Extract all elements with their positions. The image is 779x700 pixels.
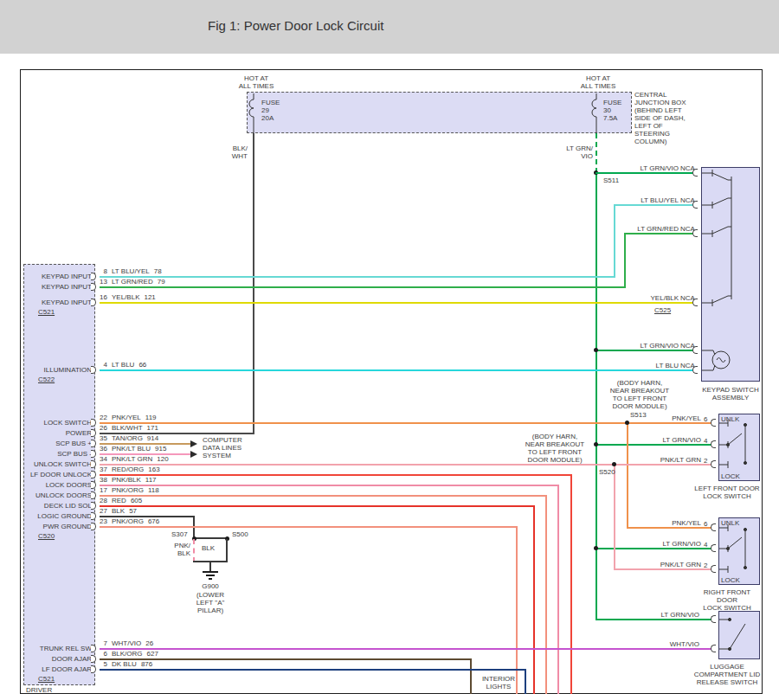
splice-s307: S307 — [171, 530, 188, 538]
module-pin-label: PWR GROUND — [26, 523, 92, 530]
wire-label: LT BLU/YEL — [616, 196, 679, 204]
fuse-symbol — [248, 93, 259, 133]
figure-title-bar: Fig 1: Power Door Lock Circuit — [0, 0, 779, 54]
body-harness-note: (BODY HARN, NEAR BREAKOUT TO LEFT FRONT … — [523, 433, 587, 464]
wire-label: PNK/YEL — [647, 414, 701, 422]
circuit-number: 118 — [148, 486, 159, 494]
wire-row: 34PNK/LT GRN120 — [99, 455, 169, 463]
connector-pin-arc — [692, 366, 698, 374]
wire-color-label: LT BLU/YEL — [112, 267, 150, 275]
junction-dot — [594, 348, 598, 352]
keypad-switch-assembly-label: KEYPAD SWITCH ASSEMBLY — [696, 386, 765, 401]
wire-color-label: RED/ORG — [112, 466, 144, 473]
pin-number: 22 — [99, 414, 107, 421]
connector-pin-arc — [711, 460, 716, 468]
wire-row: 6BLK/ORG627 — [99, 650, 158, 658]
wire-label: LT GRN/VIO — [647, 436, 701, 444]
connector-pin-arc — [711, 544, 716, 552]
splice-s500: S500 — [232, 530, 248, 538]
wire-red-org — [570, 474, 572, 694]
wire-label-pnk-blk: PNK/ BLK — [167, 542, 190, 557]
fuse-label: FUSE — [261, 99, 280, 106]
wire-label: LT GRN/VIO — [644, 611, 699, 619]
wire-pnk-lt-grn — [614, 464, 615, 570]
fuse-label: FUSE — [603, 99, 621, 106]
wire-lt-blu — [100, 369, 694, 371]
wire-pnk-yel — [100, 422, 711, 424]
hot-at-all-times-left: HOT AT ALL TIMES — [234, 74, 279, 90]
wire-red — [533, 505, 535, 694]
wire-row: 36PNK/LT BLU915 — [99, 445, 166, 453]
wire-red-org — [100, 474, 572, 476]
figure-title: Fig 1: Power Door Lock Circuit — [208, 18, 383, 33]
connector-pin-arc — [711, 440, 716, 448]
wire-row: 5DK BLU876 — [99, 660, 152, 668]
arrow-icon — [190, 440, 197, 447]
wire-blk-wht — [253, 133, 254, 433]
pin-number: 4 — [704, 437, 707, 445]
ground-id: G900 — [198, 582, 222, 590]
wire-lt-grn-vio — [596, 444, 711, 446]
pin-number: 17 — [99, 486, 107, 494]
wire-row: 27BLK57 — [99, 507, 137, 515]
connector-pin-arc — [711, 419, 716, 427]
splice-s520: S520 — [599, 468, 615, 476]
pin-number: 36 — [99, 445, 107, 453]
keypad-switch-symbol — [702, 168, 759, 381]
module-pin-label: DOOR AJAR — [26, 655, 92, 663]
wire-pnk-blk — [100, 485, 559, 486]
wire-row: 17PNK/ORG118 — [99, 486, 159, 494]
connector-pin-arc — [711, 645, 716, 652]
wire-lt-grn-red — [100, 286, 626, 288]
pin-number: 13 — [99, 278, 107, 286]
circuit-number: 627 — [147, 650, 158, 658]
pin-number: 2 — [704, 457, 707, 465]
pin-number: 38 — [99, 476, 107, 484]
wire-pnk-org — [100, 495, 547, 497]
pin-number: 6 — [704, 415, 707, 423]
wire-row: 22PNK/YEL119 — [99, 414, 157, 421]
circuit-number: 119 — [145, 414, 157, 421]
fuse-number: 29 — [261, 106, 280, 114]
wire-color-label: RED — [112, 497, 126, 504]
circuit-number: 121 — [144, 293, 155, 301]
circuit-number: 605 — [131, 497, 142, 504]
wire-color-label: PNK/ORG — [112, 486, 144, 494]
pin-number: 16 — [99, 293, 107, 301]
junction-box-note: CENTRAL JUNCTION BOX (BEHIND LEFT SIDE O… — [634, 91, 697, 145]
circuit-number: 66 — [138, 361, 146, 369]
circuit-number: 163 — [148, 466, 159, 473]
wire-lt-blu-yel — [614, 204, 694, 206]
module-pin-label: LOGIC GROUND — [26, 512, 92, 520]
module-pin-label: KEYPAD INPUT — [26, 299, 92, 306]
wire-pnk-org — [545, 495, 547, 694]
wire-color-label: PNK/LT GRN — [112, 455, 152, 463]
wire-color-label: PNK/LT BLU — [112, 445, 151, 453]
ground-location: (LOWER LEFT "A" PILLAR) — [188, 591, 233, 614]
wire-label: PNK/LT GRN — [647, 456, 701, 464]
pin-number: 34 — [99, 455, 107, 463]
wire-row: 35TAN/ORG914 — [99, 434, 158, 442]
wire-row: 37RED/ORG163 — [99, 466, 160, 473]
wire-pnk-org — [100, 526, 518, 528]
wiring-diagram-page: Fig 1: Power Door Lock Circuit HOT AT AL… — [0, 0, 779, 700]
fuse-symbol — [591, 93, 602, 133]
arrow-icon — [190, 451, 197, 458]
module-pin-label: LOCK SWITCH — [26, 419, 92, 427]
connector-id: C520 — [38, 532, 55, 540]
junction-dot — [594, 442, 598, 446]
module-pin-label: UNLOCK SWITCH — [26, 460, 92, 468]
wire-pnk-lt-grn — [100, 464, 711, 466]
module-pin-label: UNLOCK DOORS — [26, 491, 92, 499]
right-front-door-lock-switch-label: RIGHT FRONT DOOR LOCK SWITCH — [692, 588, 762, 612]
wire-wht-vio — [100, 648, 711, 650]
pin-number: 5 — [99, 660, 107, 668]
wire-label: LT GRN/VIO — [616, 342, 679, 350]
wire-label-blk-wht: BLK/ WHT — [216, 144, 248, 160]
splice-dot-s520 — [612, 462, 616, 466]
connector-pin-arc — [692, 299, 698, 306]
junction-dot — [594, 546, 598, 550]
wire-row: 23PNK/ORG676 — [99, 517, 159, 525]
wire-color-label: PNK/BLK — [112, 476, 141, 484]
door-lock-switch-symbol — [719, 518, 759, 584]
